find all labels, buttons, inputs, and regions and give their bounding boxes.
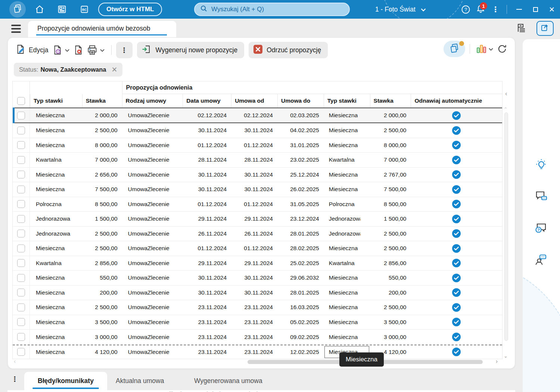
table-row[interactable]: Polroczna8 500,00UmowaZlecenie01.12.2024… bbox=[13, 197, 502, 212]
cell-auto-renew[interactable] bbox=[411, 345, 502, 359]
cell-od[interactable]: 23.11.2024 bbox=[231, 330, 277, 345]
cell-do[interactable]: 23.02.2025 bbox=[277, 153, 324, 167]
help-question-icon[interactable]: ? bbox=[533, 220, 550, 237]
notifications-button[interactable]: 1 bbox=[473, 2, 488, 17]
cell-stawka[interactable]: 4 120,00 bbox=[82, 345, 122, 359]
cell-rodzaj[interactable]: UmowaZlecenie bbox=[122, 212, 183, 226]
cell-typ2[interactable]: Miesieczna bbox=[324, 182, 370, 197]
tab-aktualna-umowa[interactable]: Aktualna umowa bbox=[116, 372, 164, 390]
header-typ-stawki[interactable]: Typ stawki bbox=[30, 94, 82, 108]
row-checkbox[interactable] bbox=[17, 186, 25, 193]
row-checkbox[interactable] bbox=[17, 348, 25, 356]
view-toggle-button[interactable] bbox=[444, 41, 465, 57]
cell-do[interactable]: 25.12.2024 bbox=[277, 168, 324, 182]
chevron-down-icon[interactable] bbox=[65, 47, 69, 53]
cell-data[interactable]: 23.11.2024 bbox=[183, 300, 231, 315]
tab-wygenerowana-umowa[interactable]: Wygenerowana umowa bbox=[194, 372, 262, 390]
cell-od[interactable]: 23.11.2024 bbox=[231, 345, 277, 359]
cell-stawka2[interactable]: 2 500,00 bbox=[370, 227, 411, 241]
cell-typ[interactable]: Miesieczna bbox=[30, 123, 82, 138]
cell-typ[interactable]: Kwartalna bbox=[30, 153, 82, 167]
cell-stawka2[interactable]: 8 500,00 bbox=[370, 197, 411, 212]
header-stawka[interactable]: Stawka bbox=[82, 94, 122, 108]
cell-rodzaj[interactable]: UmowaZlecenie bbox=[122, 138, 183, 153]
cell-auto-renew[interactable] bbox=[411, 108, 502, 122]
cell-rodzaj[interactable]: UmowaZlecenie bbox=[122, 315, 183, 330]
cell-typ[interactable]: Miesieczna bbox=[30, 138, 82, 153]
cell-typ2[interactable]: Miesieczna bbox=[324, 330, 370, 345]
cell-od[interactable]: 29.11.2024 bbox=[231, 212, 277, 226]
share-button[interactable] bbox=[536, 21, 554, 36]
header-typ-stawki-2[interactable]: Typ stawki bbox=[324, 94, 370, 108]
chart-icon[interactable] bbox=[475, 41, 488, 57]
cell-typ[interactable]: Miesieczna bbox=[30, 300, 82, 315]
cell-stawka2[interactable]: 7 000,00 bbox=[370, 153, 411, 167]
cell-stawka2[interactable]: 2 000,00 bbox=[370, 108, 411, 122]
cell-od[interactable]: 28.11.2024 bbox=[231, 153, 277, 167]
cell-rodzaj[interactable]: UmowaZlecenie bbox=[122, 168, 183, 182]
row-checkbox[interactable] bbox=[17, 259, 25, 267]
cell-typ[interactable]: Polroczna bbox=[30, 197, 82, 212]
cell-stawka[interactable]: 7 000,00 bbox=[82, 153, 122, 167]
table-row[interactable]: Miesieczna2 656,00UmowaZlecenie30.11.202… bbox=[13, 168, 502, 183]
cell-typ2[interactable]: Miesieczna bbox=[324, 271, 370, 285]
document-delete-icon[interactable] bbox=[72, 42, 85, 58]
cell-stawka[interactable]: 2 856,00 bbox=[82, 256, 122, 271]
cell-do[interactable]: 26.02.2025 bbox=[277, 182, 324, 197]
close-button[interactable]: ✕ bbox=[544, 0, 560, 19]
cell-od[interactable]: 26.11.2024 bbox=[231, 227, 277, 241]
cell-data[interactable]: 23.11.2024 bbox=[183, 330, 231, 345]
cell-typ2[interactable]: Miesieczna bbox=[324, 108, 370, 122]
reject-proposal-button[interactable]: Odrzuć propozycję bbox=[249, 42, 328, 58]
cell-od[interactable]: 29.11.2024 bbox=[231, 256, 277, 271]
tab-bledy-komunikaty[interactable]: Błędy/komunikaty bbox=[24, 372, 107, 390]
cell-data[interactable]: 02.12.2024 bbox=[183, 108, 231, 122]
table-row[interactable]: Miesieczna7 500,00UmowaZlecenie30.11.202… bbox=[13, 182, 502, 197]
cell-typ2[interactable]: Jednorazowa bbox=[324, 227, 370, 241]
cell-typ[interactable]: Miesieczna bbox=[30, 271, 82, 285]
cell-od[interactable]: 01.12.2024 bbox=[231, 138, 277, 153]
cell-stawka2[interactable]: 2 500,00 bbox=[370, 241, 411, 256]
cell-od[interactable]: 02.12.2024 bbox=[231, 108, 277, 122]
cell-od[interactable]: 30.11.2024 bbox=[231, 286, 277, 300]
cell-typ2[interactable]: Miesieczna bbox=[324, 286, 370, 300]
bc-icon[interactable]: BC bbox=[76, 3, 93, 16]
community-chat-icon[interactable] bbox=[533, 252, 550, 268]
cell-rodzaj[interactable]: UmowaZlecenie bbox=[122, 241, 183, 256]
cell-stawka[interactable]: 2 656,00 bbox=[82, 168, 122, 182]
table-row[interactable]: Jednorazowa1 500,00UmowaZlecenie29.11.20… bbox=[13, 212, 502, 227]
cell-do[interactable]: 28.01.2025 bbox=[277, 227, 324, 241]
cell-od[interactable]: 23.11.2024 bbox=[231, 315, 277, 330]
cell-do[interactable]: 28.01.2025 bbox=[277, 286, 324, 300]
cell-data[interactable]: 30.11.2024 bbox=[183, 286, 231, 300]
cell-od[interactable]: 30.11.2024 bbox=[231, 123, 277, 138]
row-checkbox[interactable] bbox=[17, 230, 25, 237]
table-row[interactable]: Miesieczna3 000,00UmowaZlecenie23.11.202… bbox=[13, 330, 502, 345]
cell-data[interactable]: 23.11.2024 bbox=[183, 315, 231, 330]
chevron-down-icon[interactable] bbox=[100, 47, 105, 53]
scroll-down-icon[interactable]: ⌄ bbox=[504, 353, 508, 359]
cell-data[interactable]: 01.12.2024 bbox=[183, 197, 231, 212]
cell-auto-renew[interactable] bbox=[411, 168, 502, 182]
cell-typ2[interactable]: Miesieczna bbox=[324, 168, 370, 182]
table-row[interactable]: Kwartalna7 000,00UmowaZlecenie28.11.2024… bbox=[13, 153, 502, 168]
cell-rodzaj[interactable]: UmowaZlecenie bbox=[122, 108, 183, 122]
header-data-umowy[interactable]: Data umowy bbox=[183, 94, 231, 108]
open-in-html-button[interactable]: Otwórz w HTML bbox=[98, 3, 162, 16]
cell-data[interactable]: 26.11.2024 bbox=[183, 227, 231, 241]
cell-do[interactable]: 31.01.2025 bbox=[277, 138, 324, 153]
cell-typ[interactable]: Miesieczna bbox=[30, 182, 82, 197]
row-checkbox[interactable] bbox=[17, 318, 25, 326]
vertical-scroll-thumb[interactable] bbox=[504, 112, 508, 341]
panel-list-icon[interactable] bbox=[517, 22, 528, 35]
cell-data[interactable]: 30.11.2024 bbox=[183, 271, 231, 285]
table-row[interactable]: Miesieczna2 500,00UmowaZlecenie01.12.202… bbox=[13, 241, 502, 256]
cell-data[interactable]: 01.12.2024 bbox=[183, 241, 231, 256]
cell-od[interactable]: 30.11.2024 bbox=[231, 271, 277, 285]
cell-rodzaj[interactable]: UmowaZlecenie bbox=[122, 153, 183, 167]
bottom-more-icon[interactable]: ⋮ bbox=[11, 375, 18, 383]
cell-od[interactable]: 30.11.2024 bbox=[231, 182, 277, 197]
cell-data[interactable]: 23.11.2024 bbox=[183, 345, 231, 359]
cell-auto-renew[interactable] bbox=[411, 212, 502, 226]
cell-typ2[interactable]: Jednorazowa bbox=[324, 212, 370, 226]
